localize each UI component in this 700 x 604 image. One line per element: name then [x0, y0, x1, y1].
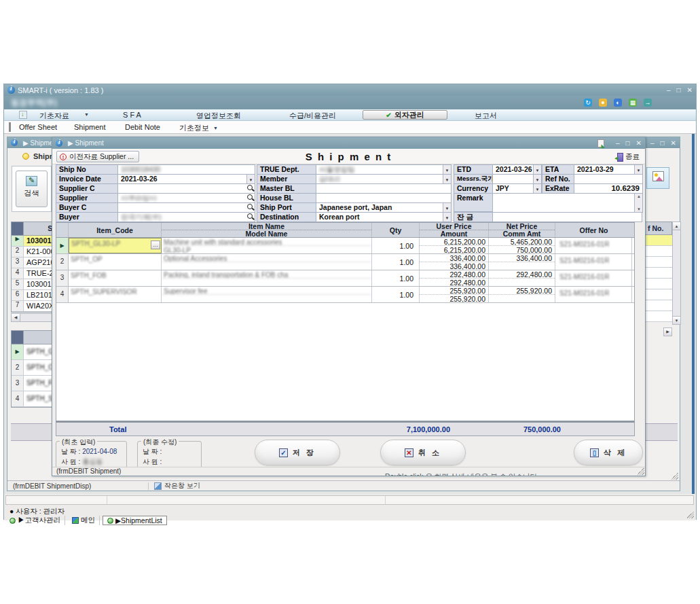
document-export-icon[interactable] — [597, 139, 604, 147]
search-icon[interactable] — [246, 194, 255, 202]
dropdown-arrow-icon[interactable] — [533, 184, 541, 193]
offer-no-cell[interactable] — [646, 246, 672, 257]
remark-field[interactable] — [492, 193, 643, 213]
tab-base-info[interactable]: 기초정보 — [179, 123, 209, 133]
member-field[interactable]: 김대리 — [316, 174, 452, 184]
balance-field[interactable] — [492, 212, 642, 222]
grid-cell-item-name[interactable]: Optional Accessories — [162, 254, 372, 270]
row-number[interactable]: 4 — [12, 268, 24, 279]
menu-item-sales-info[interactable]: 영업정보조회 — [196, 111, 241, 121]
grid-cell-net-price[interactable]: 255,920.00 — [489, 287, 555, 302]
row-number[interactable]: 6 — [12, 290, 24, 300]
close-icon[interactable] — [687, 86, 693, 94]
row-marker[interactable]: ▶ — [12, 236, 24, 246]
search-icon[interactable] — [246, 203, 255, 211]
tab-offer-sheet[interactable]: Offer Sheet — [19, 123, 57, 131]
dropdown-arrow-icon[interactable] — [533, 165, 541, 174]
column-header-offer-no[interactable]: f No. — [645, 221, 672, 235]
grid-cell-net-price[interactable]: 336,400.00 — [489, 254, 555, 270]
minimize-icon[interactable] — [667, 86, 671, 94]
menu-item-report[interactable]: 보고서 — [475, 111, 497, 121]
menu-item-base-data[interactable]: 기초자료 — [39, 111, 69, 121]
search-button[interactable]: 검색 — [16, 171, 48, 207]
resize-grip[interactable] — [671, 473, 678, 480]
resize-grip[interactable] — [687, 512, 694, 518]
grid-cell-user-price[interactable]: 336,400.00336,400.00 — [420, 254, 489, 270]
dropdown-arrow-icon[interactable] — [246, 175, 255, 183]
ref-no-field[interactable] — [574, 174, 643, 184]
destination-field[interactable]: Korean port — [316, 212, 452, 222]
refresh-icon[interactable]: ↻ — [584, 99, 592, 107]
column-header-offer-no[interactable]: Offer No — [555, 223, 632, 237]
tab-shipment[interactable]: Shipment — [74, 123, 105, 131]
cancel-button[interactable]: ✕ 취 소 — [380, 440, 466, 465]
logout-icon[interactable]: → — [644, 99, 652, 107]
grid-cell-offer-no[interactable]: S21-M0216-01R — [555, 270, 632, 286]
house-bl-field[interactable] — [316, 193, 452, 203]
grid-cell-user-price[interactable]: 255,920.00255,920.00 — [420, 287, 489, 302]
row-number[interactable]: 7 — [12, 301, 24, 311]
offer-no-cell[interactable] — [646, 257, 672, 268]
ship-port-field[interactable]: Japanese port, Japan — [316, 202, 452, 213]
grid-cell-item-name[interactable]: Supervisor fee — [162, 287, 372, 302]
column-header-qty[interactable]: Qty — [372, 223, 420, 237]
column-header-net-price[interactable]: Net PriceComm Amt — [489, 223, 555, 237]
row-number[interactable]: 2 — [12, 247, 24, 257]
chevron-down-icon[interactable]: ▼ — [213, 126, 218, 130]
column-header-item-code[interactable]: Item_Code — [69, 223, 162, 237]
resize-grip[interactable] — [638, 468, 644, 475]
globe-icon[interactable]: ◐ — [614, 99, 622, 107]
dropdown-arrow-icon[interactable] — [533, 175, 541, 183]
scroll-left-icon[interactable]: ◀ — [12, 314, 20, 321]
grid-cell-qty[interactable]: 1.00 — [372, 238, 420, 253]
grid-cell-user-price[interactable]: 292,480.00292,480.00 — [420, 270, 489, 286]
maximize-icon[interactable] — [677, 86, 681, 94]
dropdown-arrow-icon[interactable] — [634, 165, 642, 174]
menu-item-finance[interactable]: 수급/비용관리 — [289, 111, 336, 121]
small-window-checkbox-label[interactable]: 작은창 보기 — [164, 481, 200, 491]
grid-cell-item-code[interactable]: SPTH_GL30-LP… — [69, 238, 162, 253]
scroll-up-icon[interactable]: ▲ — [673, 222, 680, 230]
ship-no-field[interactable]: 1030018430 — [117, 164, 255, 175]
column-header-user-price[interactable]: User PriceAmount — [420, 223, 489, 237]
grid-cell-qty[interactable]: 1.00 — [372, 287, 420, 302]
supplier-field[interactable]: 사쿠라상사 — [117, 193, 255, 203]
maximize-icon[interactable] — [661, 139, 665, 147]
grid-cell-item-name[interactable]: Packing, inland transportation & FOB cha — [162, 270, 372, 286]
supplier-c-field[interactable] — [117, 183, 255, 194]
offer-no-cell[interactable] — [646, 279, 672, 289]
row-number[interactable]: 4 — [12, 391, 24, 406]
scroll-right-icon[interactable]: ▶ — [663, 327, 672, 336]
file-save-icon[interactable] — [19, 111, 27, 119]
taskbar-item-customers[interactable]: ▶고객사관리 — [5, 516, 65, 525]
grid-cell-net-price[interactable]: 5,465,200.00750,000.00 — [489, 238, 555, 253]
vertical-scrollbar[interactable]: ▲ ▼ — [672, 221, 681, 325]
messrs-field[interactable] — [492, 174, 542, 184]
row-marker[interactable]: ▶ — [12, 344, 24, 359]
buyer-field[interactable]: 한국기계(주) — [117, 212, 255, 222]
grid-cell-qty[interactable]: 1.00 — [372, 254, 420, 270]
dropdown-arrow-icon[interactable] — [443, 175, 451, 183]
offer-no-cell[interactable] — [646, 268, 672, 279]
row-number[interactable]: 2 — [56, 254, 69, 270]
minimize-icon[interactable] — [616, 139, 620, 147]
dropdown-arrow-icon[interactable] — [443, 165, 451, 174]
grid-cell-offer-no[interactable]: S21-M0216-01R — [555, 254, 632, 270]
grid-corner[interactable] — [12, 331, 24, 344]
exit-button[interactable]: 종료 — [615, 152, 640, 162]
search-icon[interactable] — [246, 213, 255, 221]
grid-cell-offer-no[interactable]: S21-M0216-01R — [555, 238, 632, 253]
row-number[interactable]: 2 — [12, 360, 24, 375]
scroll-down-icon[interactable]: ▼ — [673, 316, 680, 324]
grid-cell-item-code[interactable]: SPTH_SUPERVISOR — [69, 287, 162, 302]
row-number[interactable]: 3 — [12, 376, 24, 391]
user-icon[interactable]: ● — [599, 99, 607, 107]
offer-no-cell[interactable] — [646, 300, 672, 311]
row-number[interactable]: 3 — [56, 270, 69, 286]
menu-item-sfa[interactable]: S F A — [123, 111, 141, 119]
eta-field[interactable]: 2021-03-29 — [574, 164, 643, 175]
dropdown-arrow-icon[interactable] — [443, 203, 451, 212]
menu-item-foreign-active[interactable]: ✔외자관리 — [363, 110, 447, 120]
grid-cell-item-name[interactable]: Machine unit with standard accessoriesGL… — [162, 238, 372, 253]
exrate-field[interactable]: 10.6239 — [574, 183, 643, 194]
